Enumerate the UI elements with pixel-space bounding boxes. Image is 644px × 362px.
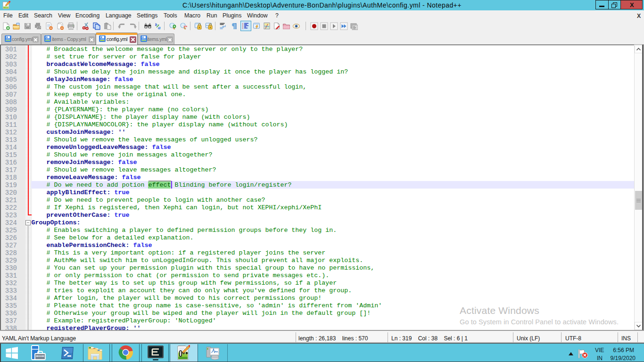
svg-text:b: b xyxy=(155,22,157,27)
